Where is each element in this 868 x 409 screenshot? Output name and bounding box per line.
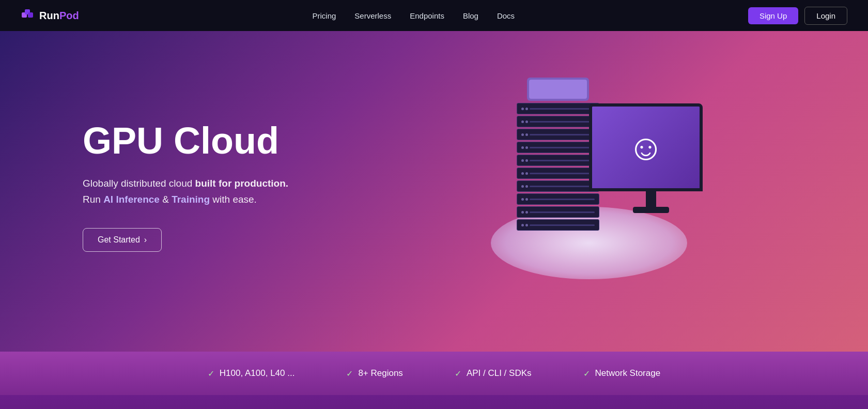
subtitle-highlight1: AI Inference bbox=[103, 194, 160, 205]
subtitle-and: & bbox=[160, 194, 172, 205]
server-dot bbox=[521, 172, 524, 175]
nav-pricing[interactable]: Pricing bbox=[312, 11, 336, 20]
monitor-base bbox=[633, 207, 669, 213]
get-started-arrow: › bbox=[144, 235, 147, 245]
feature-regions-label: 8+ Regions bbox=[358, 368, 402, 378]
check-icon: ✓ bbox=[455, 369, 461, 378]
subtitle-end: with ease. bbox=[210, 194, 257, 205]
nav-endpoints[interactable]: Endpoints bbox=[410, 11, 444, 20]
check-icon: ✓ bbox=[208, 369, 214, 378]
server-bar bbox=[530, 224, 595, 226]
logo-pod: Pod bbox=[59, 10, 79, 21]
server-row bbox=[517, 116, 599, 127]
nav-serverless[interactable]: Serverless bbox=[354, 11, 391, 20]
server-bar bbox=[530, 199, 595, 200]
navbar-actions: Sign Up Login bbox=[748, 7, 847, 25]
feature-gpus: ✓ H100, A100, L40 ... bbox=[208, 368, 295, 378]
get-started-button[interactable]: Get Started › bbox=[83, 228, 162, 252]
hero-illustration: ☺ bbox=[393, 62, 785, 310]
server-dot bbox=[521, 224, 524, 226]
login-button[interactable]: Login bbox=[804, 7, 847, 25]
server-dot bbox=[521, 211, 524, 214]
monitor: ☺ bbox=[589, 103, 713, 207]
server-dot bbox=[525, 159, 528, 162]
subtitle-highlight2: Training bbox=[172, 194, 210, 205]
smiley-face: ☺ bbox=[627, 129, 664, 165]
feature-storage: ✓ Network Storage bbox=[583, 368, 661, 378]
svg-rect-2 bbox=[28, 12, 33, 18]
logo-icon bbox=[21, 8, 35, 23]
nav-links: Pricing Serverless Endpoints Blog Docs bbox=[312, 11, 515, 20]
subtitle-line2: Run bbox=[83, 194, 103, 205]
check-icon: ✓ bbox=[346, 369, 353, 378]
server-row bbox=[517, 206, 599, 218]
server-bar bbox=[530, 211, 595, 213]
signup-button[interactable]: Sign Up bbox=[748, 7, 798, 24]
features-bar: ✓ H100, A100, L40 ... ✓ 8+ Regions ✓ API… bbox=[0, 352, 868, 395]
hero-title: GPU Cloud bbox=[83, 120, 393, 161]
server-dot bbox=[525, 172, 528, 175]
subtitle-bold: built for production. bbox=[195, 178, 288, 189]
get-started-label: Get Started bbox=[98, 235, 140, 245]
server-row bbox=[517, 168, 599, 179]
server-row bbox=[517, 180, 599, 192]
feature-api: ✓ API / CLI / SDKs bbox=[455, 368, 532, 378]
server-bar bbox=[530, 186, 595, 187]
logo[interactable]: RunPod bbox=[21, 8, 79, 23]
nav-blog[interactable]: Blog bbox=[463, 11, 478, 20]
hero-content: GPU Cloud Globally distributed cloud bui… bbox=[83, 120, 393, 252]
server-row bbox=[517, 142, 599, 153]
server-body bbox=[517, 103, 599, 231]
server-top bbox=[527, 78, 589, 101]
monitor-screen: ☺ bbox=[589, 103, 703, 191]
logo-run: Run bbox=[39, 10, 59, 21]
check-icon: ✓ bbox=[583, 369, 590, 378]
server-dot bbox=[525, 146, 528, 149]
server-row bbox=[517, 155, 599, 166]
server-dot bbox=[525, 120, 528, 123]
server-bar bbox=[530, 160, 595, 161]
navbar: RunPod Pricing Serverless Endpoints Blog… bbox=[0, 0, 868, 31]
server-bar bbox=[530, 147, 595, 148]
server-dot bbox=[525, 108, 528, 110]
subtitle-plain: Globally distributed cloud bbox=[83, 178, 195, 189]
server-dot bbox=[525, 133, 528, 136]
monitor-stand bbox=[646, 191, 656, 207]
server-dot bbox=[525, 211, 528, 214]
logo-text: RunPod bbox=[39, 10, 79, 22]
illustration-container: ☺ bbox=[455, 62, 723, 310]
server-dot bbox=[525, 224, 528, 226]
server-dot bbox=[521, 159, 524, 162]
feature-api-label: API / CLI / SDKs bbox=[467, 368, 532, 378]
server-dot bbox=[525, 185, 528, 188]
server-dot bbox=[521, 185, 524, 188]
feature-storage-label: Network Storage bbox=[595, 368, 661, 378]
feature-gpus-label: H100, A100, L40 ... bbox=[220, 368, 295, 378]
server-dot bbox=[525, 198, 528, 201]
server-bar bbox=[530, 108, 595, 110]
hero-section: GPU Cloud Globally distributed cloud bui… bbox=[0, 31, 868, 352]
server-bar bbox=[530, 173, 595, 174]
server-dot bbox=[521, 108, 524, 110]
server-dot bbox=[521, 133, 524, 136]
server-row bbox=[517, 103, 599, 114]
server-bar bbox=[530, 134, 595, 135]
server-row bbox=[517, 129, 599, 140]
server-row bbox=[517, 193, 599, 205]
server-dot bbox=[521, 120, 524, 123]
server-dot bbox=[521, 198, 524, 201]
server-bar bbox=[530, 121, 595, 123]
server-stack bbox=[517, 78, 599, 264]
nav-docs[interactable]: Docs bbox=[497, 11, 515, 20]
cards-section: GPU Instances Secure / Community Cloud S… bbox=[0, 395, 868, 409]
server-row bbox=[517, 219, 599, 231]
hero-subtitle: Globally distributed cloud built for pro… bbox=[83, 176, 393, 207]
feature-regions: ✓ 8+ Regions bbox=[346, 368, 402, 378]
server-dot bbox=[521, 146, 524, 149]
